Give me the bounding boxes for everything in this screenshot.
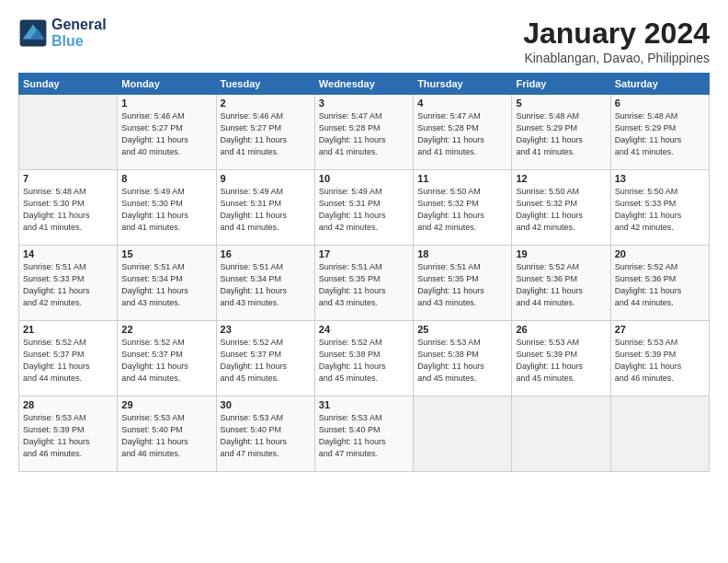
weekday-header-thursday: Thursday <box>414 74 512 95</box>
day-number: 15 <box>121 248 211 259</box>
day-number: 22 <box>121 324 211 335</box>
day-number: 24 <box>319 324 409 335</box>
day-info: Sunrise: 5:48 AMSunset: 5:29 PMDaylight:… <box>615 110 705 158</box>
day-info: Sunrise: 5:49 AMSunset: 5:30 PMDaylight:… <box>121 186 211 234</box>
calendar-cell: 10Sunrise: 5:49 AMSunset: 5:31 PMDayligh… <box>314 170 413 246</box>
calendar-cell: 31Sunrise: 5:53 AMSunset: 5:40 PMDayligh… <box>314 396 413 472</box>
calendar-table: SundayMondayTuesdayWednesdayThursdayFrid… <box>18 73 710 472</box>
day-number: 3 <box>319 98 409 109</box>
day-number: 21 <box>23 324 113 335</box>
weekday-header-tuesday: Tuesday <box>216 74 314 95</box>
day-info: Sunrise: 5:47 AMSunset: 5:28 PMDaylight:… <box>319 110 409 158</box>
calendar-cell: 16Sunrise: 5:51 AMSunset: 5:34 PMDayligh… <box>216 246 314 321</box>
day-number: 19 <box>516 248 606 259</box>
day-info: Sunrise: 5:53 AMSunset: 5:40 PMDaylight:… <box>221 412 311 460</box>
header: General Blue January 2024 Kinablangan, D… <box>18 17 710 65</box>
day-info: Sunrise: 5:51 AMSunset: 5:33 PMDaylight:… <box>23 261 113 309</box>
title-area: January 2024 Kinablangan, Davao, Philipp… <box>523 17 710 65</box>
week-row-3: 14Sunrise: 5:51 AMSunset: 5:33 PMDayligh… <box>19 246 710 321</box>
day-info: Sunrise: 5:53 AMSunset: 5:40 PMDaylight:… <box>121 412 211 460</box>
day-info: Sunrise: 5:51 AMSunset: 5:35 PMDaylight:… <box>319 261 409 309</box>
day-number: 8 <box>121 173 211 184</box>
page: General Blue January 2024 Kinablangan, D… <box>0 0 728 563</box>
day-number: 25 <box>417 324 507 335</box>
day-info: Sunrise: 5:51 AMSunset: 5:34 PMDaylight:… <box>121 261 211 309</box>
logo: General Blue <box>18 17 107 49</box>
day-info: Sunrise: 5:50 AMSunset: 5:32 PMDaylight:… <box>516 186 606 234</box>
calendar-cell <box>610 396 709 472</box>
calendar-cell: 6Sunrise: 5:48 AMSunset: 5:29 PMDaylight… <box>610 95 709 170</box>
day-number: 17 <box>319 248 409 259</box>
calendar-cell: 29Sunrise: 5:53 AMSunset: 5:40 PMDayligh… <box>118 396 216 472</box>
calendar-cell: 17Sunrise: 5:51 AMSunset: 5:35 PMDayligh… <box>314 246 413 321</box>
day-info: Sunrise: 5:52 AMSunset: 5:37 PMDaylight:… <box>121 337 211 385</box>
calendar-body: 1Sunrise: 5:46 AMSunset: 5:27 PMDaylight… <box>19 95 710 472</box>
calendar-cell: 7Sunrise: 5:48 AMSunset: 5:30 PMDaylight… <box>19 170 118 246</box>
calendar-cell: 5Sunrise: 5:48 AMSunset: 5:29 PMDaylight… <box>512 95 610 170</box>
calendar-cell: 18Sunrise: 5:51 AMSunset: 5:35 PMDayligh… <box>414 246 512 321</box>
day-info: Sunrise: 5:53 AMSunset: 5:40 PMDaylight:… <box>319 412 409 460</box>
day-info: Sunrise: 5:53 AMSunset: 5:39 PMDaylight:… <box>615 337 705 385</box>
day-info: Sunrise: 5:49 AMSunset: 5:31 PMDaylight:… <box>221 186 311 234</box>
calendar-cell: 25Sunrise: 5:53 AMSunset: 5:38 PMDayligh… <box>414 321 512 396</box>
calendar-cell <box>512 396 610 472</box>
weekday-header-sunday: Sunday <box>19 74 118 95</box>
weekday-header-wednesday: Wednesday <box>314 74 413 95</box>
calendar-cell: 20Sunrise: 5:52 AMSunset: 5:36 PMDayligh… <box>610 246 709 321</box>
day-info: Sunrise: 5:53 AMSunset: 5:39 PMDaylight:… <box>23 412 113 460</box>
day-number: 20 <box>615 248 705 259</box>
month-title: January 2024 <box>523 17 710 51</box>
calendar-cell: 12Sunrise: 5:50 AMSunset: 5:32 PMDayligh… <box>512 170 610 246</box>
day-number: 18 <box>417 248 507 259</box>
logo-icon <box>18 18 48 48</box>
calendar-cell: 22Sunrise: 5:52 AMSunset: 5:37 PMDayligh… <box>118 321 216 396</box>
day-info: Sunrise: 5:51 AMSunset: 5:35 PMDaylight:… <box>417 261 507 309</box>
day-number: 26 <box>516 324 606 335</box>
week-row-1: 1Sunrise: 5:46 AMSunset: 5:27 PMDaylight… <box>19 95 710 170</box>
day-info: Sunrise: 5:52 AMSunset: 5:37 PMDaylight:… <box>221 337 311 385</box>
day-number: 28 <box>23 399 113 410</box>
logo-blue: Blue <box>51 33 107 50</box>
calendar-cell: 28Sunrise: 5:53 AMSunset: 5:39 PMDayligh… <box>19 396 118 472</box>
calendar-cell: 19Sunrise: 5:52 AMSunset: 5:36 PMDayligh… <box>512 246 610 321</box>
calendar-cell: 2Sunrise: 5:46 AMSunset: 5:27 PMDaylight… <box>216 95 314 170</box>
day-number: 27 <box>615 324 705 335</box>
calendar-cell <box>19 95 118 170</box>
calendar-cell: 15Sunrise: 5:51 AMSunset: 5:34 PMDayligh… <box>118 246 216 321</box>
calendar-cell: 14Sunrise: 5:51 AMSunset: 5:33 PMDayligh… <box>19 246 118 321</box>
day-number: 6 <box>615 98 705 109</box>
day-number: 29 <box>121 399 211 410</box>
day-number: 5 <box>516 98 606 109</box>
day-number: 31 <box>319 399 409 410</box>
day-info: Sunrise: 5:46 AMSunset: 5:27 PMDaylight:… <box>221 110 311 158</box>
day-info: Sunrise: 5:48 AMSunset: 5:30 PMDaylight:… <box>23 186 113 234</box>
week-row-4: 21Sunrise: 5:52 AMSunset: 5:37 PMDayligh… <box>19 321 710 396</box>
calendar-cell: 8Sunrise: 5:49 AMSunset: 5:30 PMDaylight… <box>118 170 216 246</box>
day-number: 4 <box>417 98 507 109</box>
calendar-cell: 13Sunrise: 5:50 AMSunset: 5:33 PMDayligh… <box>610 170 709 246</box>
logo-general: General <box>51 17 107 33</box>
logo-text: General Blue <box>51 17 107 49</box>
day-info: Sunrise: 5:53 AMSunset: 5:39 PMDaylight:… <box>516 337 606 385</box>
calendar-cell: 30Sunrise: 5:53 AMSunset: 5:40 PMDayligh… <box>216 396 314 472</box>
day-info: Sunrise: 5:52 AMSunset: 5:37 PMDaylight:… <box>23 337 113 385</box>
weekday-header-monday: Monday <box>118 74 216 95</box>
calendar-cell: 11Sunrise: 5:50 AMSunset: 5:32 PMDayligh… <box>414 170 512 246</box>
day-number: 13 <box>615 173 705 184</box>
day-info: Sunrise: 5:52 AMSunset: 5:36 PMDaylight:… <box>615 261 705 309</box>
calendar-cell: 9Sunrise: 5:49 AMSunset: 5:31 PMDaylight… <box>216 170 314 246</box>
day-number: 7 <box>23 173 113 184</box>
calendar-cell: 1Sunrise: 5:46 AMSunset: 5:27 PMDaylight… <box>118 95 216 170</box>
calendar-cell: 23Sunrise: 5:52 AMSunset: 5:37 PMDayligh… <box>216 321 314 396</box>
day-info: Sunrise: 5:46 AMSunset: 5:27 PMDaylight:… <box>121 110 211 158</box>
weekday-row: SundayMondayTuesdayWednesdayThursdayFrid… <box>19 74 710 95</box>
day-number: 16 <box>221 248 311 259</box>
day-info: Sunrise: 5:49 AMSunset: 5:31 PMDaylight:… <box>319 186 409 234</box>
calendar-cell: 3Sunrise: 5:47 AMSunset: 5:28 PMDaylight… <box>314 95 413 170</box>
day-info: Sunrise: 5:52 AMSunset: 5:36 PMDaylight:… <box>516 261 606 309</box>
weekday-header-saturday: Saturday <box>610 74 709 95</box>
calendar-cell: 24Sunrise: 5:52 AMSunset: 5:38 PMDayligh… <box>314 321 413 396</box>
day-info: Sunrise: 5:47 AMSunset: 5:28 PMDaylight:… <box>417 110 507 158</box>
calendar-cell: 4Sunrise: 5:47 AMSunset: 5:28 PMDaylight… <box>414 95 512 170</box>
day-info: Sunrise: 5:52 AMSunset: 5:38 PMDaylight:… <box>319 337 409 385</box>
